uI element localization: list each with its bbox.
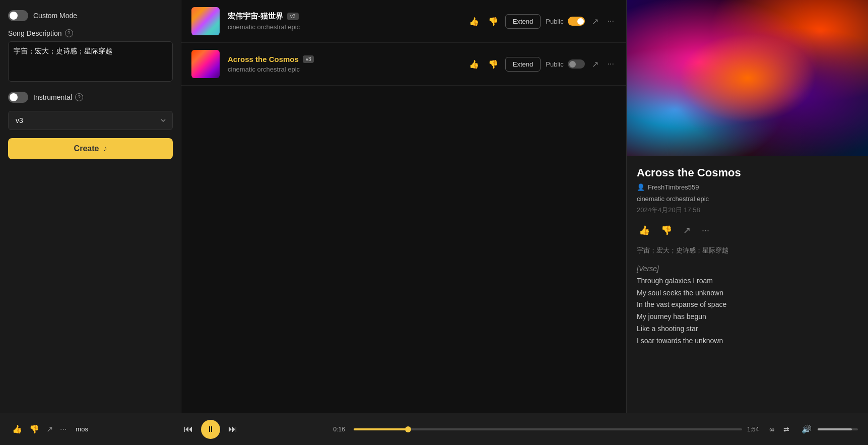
more-btn-1[interactable]: ··· (606, 15, 616, 28)
song-actions-1: 👍 👎 Extend Public ↗ ··· (467, 14, 616, 29)
progress-fill (354, 428, 408, 430)
right-panel-artwork (627, 0, 868, 156)
player-left: 👍 👎 ↗ ··· mos (10, 422, 88, 436)
thumbs-up-btn-1[interactable]: 👍 (467, 15, 481, 28)
rp-date: 2024年4月20日 17:58 (637, 206, 858, 215)
player-more-btn[interactable]: ··· (58, 422, 69, 436)
next-btn[interactable]: ⏭ (226, 422, 239, 436)
custom-mode-toggle[interactable] (8, 10, 28, 21)
song-thumb-2[interactable] (191, 50, 220, 78)
player-thumbs-up-btn[interactable]: 👍 (10, 422, 24, 436)
thumbs-up-btn-2[interactable]: 👍 (467, 57, 481, 71)
player-like-btns: 👍 👎 ↗ ··· (10, 422, 69, 436)
song-info-1: 宏伟宇宙-猫世界 v3 cinematic orchestral epic (228, 12, 459, 31)
cosmos-visual (627, 0, 868, 156)
song-info-2: Across the Cosmos v3 cinematic orchestra… (228, 55, 459, 73)
song-description-section: Song Description ? 宇宙；宏大；史诗感；星际穿越 (8, 29, 173, 84)
public-label-2: Public (546, 60, 563, 68)
rp-share-btn[interactable]: ↗ (681, 223, 693, 238)
thumbs-down-btn-2[interactable]: 👎 (486, 57, 500, 71)
song-title-row-2: Across the Cosmos v3 (228, 55, 459, 63)
song-version-badge-2: v3 (303, 55, 314, 63)
lyric-line-1: Through galaxies I roam (637, 275, 858, 287)
create-button[interactable]: Create ♪ (8, 138, 173, 159)
public-toggle-2[interactable] (568, 59, 585, 69)
user-icon: 👤 (637, 183, 645, 191)
volume-icon[interactable]: 🔊 (799, 422, 814, 436)
infinity-btn[interactable]: ∞ (767, 423, 776, 435)
repeat-btn[interactable]: ⇄ (781, 423, 791, 435)
public-toggle-1[interactable] (568, 17, 585, 26)
thumbs-down-btn-1[interactable]: 👎 (486, 15, 500, 28)
rp-more-btn[interactable]: ··· (700, 223, 711, 238)
version-select-wrapper: v3 v2 v1 (8, 111, 173, 130)
song-description-help-icon[interactable]: ? (65, 29, 73, 37)
song-title-1[interactable]: 宏伟宇宙-猫世界 (228, 12, 283, 21)
volume-area: 🔊 (799, 422, 858, 436)
rp-genre: cinematic orchestral epic (637, 195, 858, 203)
rp-thumbs-down-btn[interactable]: 👎 (659, 223, 674, 238)
rp-user: 👤 FreshTimbres559 (637, 183, 858, 191)
progress-area: 0:16 1:54 ∞ ⇄ (333, 423, 791, 435)
player-song-title: mos (76, 425, 88, 433)
share-btn-1[interactable]: ↗ (590, 15, 600, 28)
song-description-label-row: Song Description ? (8, 29, 173, 37)
song-artwork-2 (191, 50, 220, 78)
rp-username[interactable]: FreshTimbres559 (648, 183, 699, 191)
instrumental-label: Instrumental (33, 93, 72, 101)
instrumental-row: Instrumental ? (8, 92, 173, 103)
rp-thumbs-up-btn[interactable]: 👍 (637, 223, 652, 238)
song-description-label: Song Description (8, 29, 62, 37)
song-title-row-1: 宏伟宇宙-猫世界 v3 (228, 12, 459, 21)
instrumental-help-icon[interactable]: ? (75, 93, 83, 101)
right-panel: Across the Cosmos 👤 FreshTimbres559 cine… (626, 0, 868, 413)
song-description-input[interactable]: 宇宙；宏大；史诗感；星际穿越 (8, 41, 173, 82)
song-artwork-1 (191, 7, 220, 35)
song-actions-2: 👍 👎 Extend Public ↗ ··· (467, 57, 616, 72)
song-subtitle-2: cinematic orchestral epic (228, 66, 459, 73)
custom-mode-row: Custom Mode (8, 10, 173, 21)
rp-lyrics: [Verse] Through galaxies I roam My soul … (637, 263, 858, 347)
progress-bar[interactable] (354, 428, 742, 430)
bottom-player: 👍 👎 ↗ ··· mos ⏮ ⏸ ⏭ 0:16 1:54 ∞ ⇄ 🔊 (0, 413, 868, 445)
instrumental-toggle[interactable] (8, 92, 28, 103)
version-select[interactable]: v3 v2 v1 (8, 111, 173, 130)
sidebar: Custom Mode Song Description ? 宇宙；宏大；史诗感… (0, 0, 181, 413)
instrumental-label-row: Instrumental ? (33, 93, 83, 101)
rp-actions: 👍 👎 ↗ ··· (637, 223, 858, 238)
lyric-line-2: My soul seeks the unknown (637, 287, 858, 299)
progress-thumb (405, 426, 411, 432)
verse-tag: [Verse] (637, 263, 858, 275)
public-toggle-row-1: Public (546, 17, 584, 26)
song-version-badge-1: v3 (287, 13, 299, 20)
create-music-icon: ♪ (103, 144, 107, 153)
song-subtitle-1: cinematic orchestral epic (228, 23, 459, 31)
share-btn-2[interactable]: ↗ (590, 57, 600, 71)
lyric-line-6: I soar towards the unknown (637, 335, 858, 347)
more-btn-2[interactable]: ··· (606, 57, 616, 71)
player-controls: ⏮ ⏸ ⏭ (96, 420, 325, 439)
lyric-line-3: In the vast expanse of space (637, 299, 858, 311)
volume-fill (818, 428, 852, 430)
extend-btn-1[interactable]: Extend (505, 14, 541, 29)
song-thumb-1[interactable] (191, 7, 220, 35)
public-toggle-row-2: Public (546, 59, 584, 69)
volume-bar[interactable] (818, 428, 858, 430)
player-share-btn[interactable]: ↗ (44, 422, 55, 436)
lyric-line-5: Like a shooting star (637, 323, 858, 335)
public-label-1: Public (546, 18, 563, 25)
lyric-line-4: My journey has begun (637, 311, 858, 323)
total-time: 1:54 (747, 426, 762, 433)
player-thumbs-down-btn[interactable]: 👎 (27, 422, 41, 436)
rp-title: Across the Cosmos (637, 166, 858, 179)
pause-btn[interactable]: ⏸ (201, 420, 220, 439)
rp-description: 宇宙；宏大；史诗感；星际穿越 (637, 246, 858, 255)
extend-btn-2[interactable]: Extend (505, 57, 541, 72)
song-card-1: 宏伟宇宙-猫世界 v3 cinematic orchestral epic 👍 … (181, 0, 626, 43)
custom-mode-label: Custom Mode (33, 12, 77, 20)
song-title-2[interactable]: Across the Cosmos (228, 55, 299, 63)
center-feed: 宏伟宇宙-猫世界 v3 cinematic orchestral epic 👍 … (181, 0, 626, 413)
song-card-2: Across the Cosmos v3 cinematic orchestra… (181, 43, 626, 86)
create-label: Create (74, 144, 99, 153)
prev-btn[interactable]: ⏮ (182, 422, 195, 436)
